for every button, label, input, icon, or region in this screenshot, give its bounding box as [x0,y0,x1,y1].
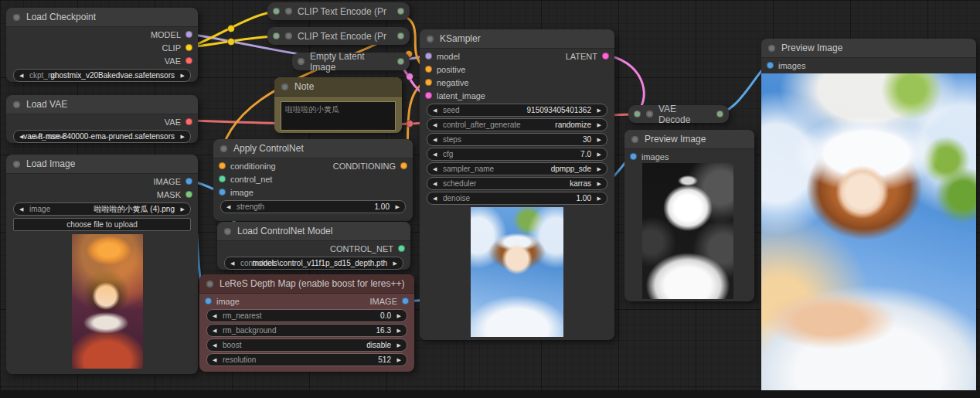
boost-widget[interactable]: ◀ boost disable ▶ [206,338,407,352]
collapse-dot-icon[interactable] [285,8,292,15]
node-title-bar[interactable]: Load ControlNet Model [217,222,410,241]
next-arrow-icon[interactable]: ▶ [397,310,401,321]
reroute-dot[interactable] [228,39,235,46]
output-slot-image[interactable]: IMAGE [370,297,409,306]
node-vae-decode[interactable]: VAE Decode [628,105,729,123]
node-title-bar[interactable]: Preview Image [761,39,976,58]
prev-arrow-icon[interactable]: ◀ [433,163,437,175]
next-arrow-icon[interactable]: ▶ [597,119,601,131]
prev-arrow-icon[interactable]: ◀ [433,178,437,189]
output-slot-vae[interactable]: VAE [6,54,198,67]
node-preview-image-depth[interactable]: Preview Image images [624,130,754,301]
prev-arrow-icon[interactable]: ◀ [433,119,437,131]
node-title-bar[interactable]: Apply ControlNet [213,139,413,158]
clip-slot-dot[interactable] [185,44,192,51]
node-load-vae[interactable]: Load VAE VAE ◀ vae_name vae-ft-mse-84000… [6,95,198,143]
output-slot-conditioning[interactable]: CONDITIONING [333,162,407,171]
next-arrow-icon[interactable]: ▶ [396,201,400,213]
prev-arrow-icon[interactable]: ◀ [19,203,23,215]
output-slot-latent[interactable]: LATENT [566,52,609,61]
choose-file-button[interactable]: choose file to upload [13,218,191,231]
prev-arrow-icon[interactable]: ◀ [19,70,23,81]
node-preview-image-main[interactable]: Preview Image images [761,39,976,396]
input-slot-control-net[interactable]: control_net [213,172,413,185]
cfg-widget[interactable]: ◀ cfg 7.0 ▶ [427,148,607,161]
next-arrow-icon[interactable]: ▶ [397,325,401,336]
prev-arrow-icon[interactable]: ◀ [213,310,216,321]
next-arrow-icon[interactable]: ▶ [597,104,601,116]
next-arrow-icon[interactable]: ▶ [597,178,601,189]
output-slot-image[interactable]: IMAGE [6,175,198,188]
node-apply-controlnet[interactable]: Apply ControlNet conditioning CONDITIONI… [213,139,413,221]
strength-widget[interactable]: ◀ strength 1.00 ▶ [220,200,406,213]
vae-slot-dot[interactable] [185,57,192,64]
prev-arrow-icon[interactable]: ◀ [213,325,216,336]
input-slot-conditioning[interactable]: conditioning [219,162,276,171]
input-slot-model[interactable]: model [425,52,460,61]
denoise-widget[interactable]: ◀ denoise 1.00 ▶ [427,192,607,205]
input-slot-latent-image[interactable]: latent_image [420,89,614,102]
sampler-name-widget[interactable]: ◀ sampler_name dpmpp_sde ▶ [427,162,607,175]
image-out-slot-dot[interactable] [402,298,409,304]
input-slot-image[interactable]: image [205,297,240,306]
node-empty-latent-image[interactable]: Empty Latent Image [292,53,410,70]
vae-slot-dot[interactable] [185,118,192,125]
collapsed-input-dot[interactable] [634,111,641,117]
collapse-dot-icon[interactable] [13,101,20,108]
rm-nearest-widget[interactable]: ◀ rm_nearest 0.0 ▶ [206,309,407,322]
next-arrow-icon[interactable]: ▶ [397,339,401,351]
prev-arrow-icon[interactable]: ◀ [213,354,216,366]
collapse-dot-icon[interactable] [646,111,653,117]
latent-slot-dot[interactable] [602,53,609,60]
node-ksampler[interactable]: KSampler model LATENT positive negative … [420,29,614,340]
positive-slot-dot[interactable] [425,66,432,73]
mask-slot-dot[interactable] [185,191,192,198]
node-title-bar[interactable]: Load VAE [6,95,198,114]
image-file-widget[interactable]: ◀ image 啦啦啦的小黄瓜 (4).png ▶ [13,202,191,216]
prev-arrow-icon[interactable]: ◀ [433,192,437,204]
next-arrow-icon[interactable]: ▶ [397,354,401,366]
next-arrow-icon[interactable]: ▶ [597,134,601,145]
control-net-slot-dot[interactable] [219,175,226,182]
model-slot-dot[interactable] [185,31,192,38]
controlnet-name-widget[interactable]: ◀ controlnet models\control_v11f1p_sd15_… [224,257,403,270]
prev-arrow-icon[interactable]: ◀ [433,134,437,145]
prev-arrow-icon[interactable]: ◀ [226,201,230,213]
conditioning-slot-dot[interactable] [219,162,226,169]
output-slot-vae[interactable]: VAE [6,115,198,128]
node-leres-depth-map[interactable]: LeReS Depth Map (enable boost for leres+… [199,274,414,372]
reroute-dot[interactable] [407,121,413,128]
next-arrow-icon[interactable]: ▶ [181,203,185,215]
input-slot-negative[interactable]: negative [420,76,614,89]
collapse-dot-icon[interactable] [768,45,775,52]
collapse-dot-icon[interactable] [285,32,292,39]
collapse-dot-icon[interactable] [220,145,227,152]
input-slot-image[interactable]: image [213,185,413,199]
prev-arrow-icon[interactable]: ◀ [230,257,234,269]
image-slot-dot[interactable] [185,178,192,185]
prev-arrow-icon[interactable]: ◀ [433,148,437,160]
node-title-bar[interactable]: Load Image [6,155,198,174]
collapsed-input-dot[interactable] [273,32,280,39]
next-arrow-icon[interactable]: ▶ [597,163,601,175]
collapsed-output-dot[interactable] [397,32,404,39]
output-slot-clip[interactable]: CLIP [6,41,198,54]
reroute-dot[interactable] [407,73,413,80]
conditioning-out-slot-dot[interactable] [400,162,407,169]
next-arrow-icon[interactable]: ▶ [597,192,601,204]
images-slot-dot[interactable] [767,62,774,69]
image-slot-dot[interactable] [219,189,226,196]
prev-arrow-icon[interactable]: ◀ [213,339,216,351]
collapse-dot-icon[interactable] [13,14,20,21]
negative-slot-dot[interactable] [425,79,432,86]
collapse-dot-icon[interactable] [427,36,434,43]
collapsed-output-dot[interactable] [397,8,404,15]
node-load-image[interactable]: Load Image IMAGE MASK ◀ image 啦啦啦的小黄瓜 (4… [6,155,198,374]
model-slot-dot[interactable] [425,53,432,60]
node-load-checkpoint[interactable]: Load Checkpoint MODEL CLIP VAE ◀ ckpt_na… [6,8,198,82]
scheduler-widget[interactable]: ◀ scheduler karras ▶ [427,177,607,190]
input-slot-images[interactable]: images [624,150,754,163]
rm-background-widget[interactable]: ◀ rm_background 16.3 ▶ [206,324,407,337]
input-slot-images[interactable]: images [761,59,976,72]
collapse-dot-icon[interactable] [298,58,305,65]
